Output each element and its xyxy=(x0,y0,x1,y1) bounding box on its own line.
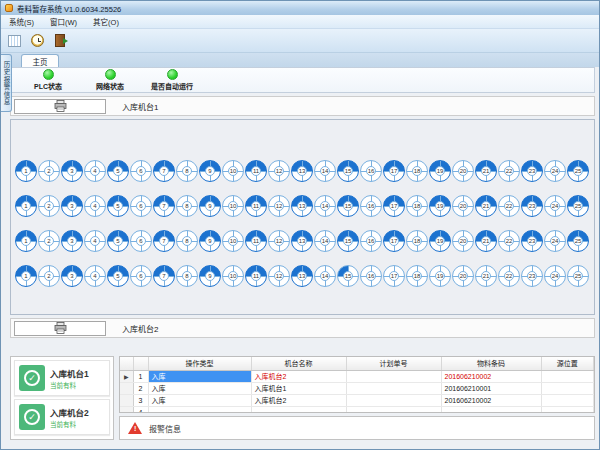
roll-slot[interactable]: 22 xyxy=(498,195,520,217)
roll-slot[interactable]: 9 xyxy=(199,195,221,217)
roll-slot[interactable]: 7 xyxy=(153,195,175,217)
print-button-machine2[interactable] xyxy=(14,321,106,336)
roll-slot[interactable]: 23 xyxy=(521,230,543,252)
roll-slot[interactable]: 19 xyxy=(429,265,451,287)
roll-slot[interactable]: 23 xyxy=(521,265,543,287)
roll-slot[interactable]: 11 xyxy=(245,195,267,217)
roll-slot[interactable]: 13 xyxy=(291,265,313,287)
roll-slot[interactable]: 9 xyxy=(199,230,221,252)
roll-slot[interactable]: 24 xyxy=(544,265,566,287)
roll-slot[interactable]: 12 xyxy=(268,160,290,182)
roll-slot[interactable]: 14 xyxy=(314,195,336,217)
roll-slot[interactable]: 14 xyxy=(314,230,336,252)
roll-slot[interactable]: 16 xyxy=(360,230,382,252)
print-button-machine1[interactable] xyxy=(14,99,106,114)
roll-slot[interactable]: 11 xyxy=(245,265,267,287)
roll-slot[interactable]: 8 xyxy=(176,230,198,252)
roll-slot[interactable]: 2 xyxy=(38,230,60,252)
title-bar[interactable]: 卷料暂存系统 V1.0.6034.25526 xyxy=(1,1,599,15)
roll-slot[interactable]: 4 xyxy=(84,160,106,182)
roll-slot[interactable]: 18 xyxy=(406,160,428,182)
roll-slot[interactable]: 5 xyxy=(107,230,129,252)
table-row[interactable]: ▶1入库入库机台2201606210002 xyxy=(120,370,594,382)
roll-slot[interactable]: 22 xyxy=(498,265,520,287)
roll-slot[interactable]: 20 xyxy=(452,195,474,217)
roll-slot[interactable]: 10 xyxy=(222,230,244,252)
table-row[interactable]: 4 xyxy=(120,406,594,413)
roll-slot[interactable]: 15 xyxy=(337,195,359,217)
roll-slot[interactable]: 1 xyxy=(15,160,37,182)
roll-slot[interactable]: 22 xyxy=(498,160,520,182)
roll-slot[interactable]: 8 xyxy=(176,160,198,182)
roll-slot[interactable]: 17 xyxy=(383,195,405,217)
roll-slot[interactable]: 7 xyxy=(153,160,175,182)
roll-slot[interactable]: 19 xyxy=(429,230,451,252)
roll-slot[interactable]: 10 xyxy=(222,195,244,217)
roll-slot[interactable]: 25 xyxy=(567,230,589,252)
roll-slot[interactable]: 9 xyxy=(199,160,221,182)
roll-slot[interactable]: 10 xyxy=(222,265,244,287)
menu-item[interactable]: 其它(O) xyxy=(85,16,127,27)
roll-slot[interactable]: 16 xyxy=(360,160,382,182)
roll-slot[interactable]: 15 xyxy=(337,230,359,252)
roll-slot[interactable]: 19 xyxy=(429,160,451,182)
roll-slot[interactable]: 23 xyxy=(521,160,543,182)
roll-slot[interactable]: 6 xyxy=(130,160,152,182)
roll-slot[interactable]: 24 xyxy=(544,160,566,182)
roll-slot[interactable]: 21 xyxy=(475,160,497,182)
roll-slot[interactable]: 24 xyxy=(544,195,566,217)
roll-slot[interactable]: 14 xyxy=(314,160,336,182)
roll-slot[interactable]: 3 xyxy=(61,160,83,182)
roll-slot[interactable]: 22 xyxy=(498,230,520,252)
menu-item[interactable]: 系统(S) xyxy=(1,16,42,27)
roll-slot[interactable]: 2 xyxy=(38,265,60,287)
roll-slot[interactable]: 8 xyxy=(176,195,198,217)
roll-slot[interactable]: 5 xyxy=(107,160,129,182)
roll-slot[interactable]: 1 xyxy=(15,230,37,252)
roll-slot[interactable]: 3 xyxy=(61,195,83,217)
roll-slot[interactable]: 21 xyxy=(475,265,497,287)
roll-slot[interactable]: 7 xyxy=(153,265,175,287)
table-row[interactable]: 2入库入库机台1201606210001 xyxy=(120,382,594,394)
table-row[interactable]: 3入库入库机台2201606210002 xyxy=(120,394,594,406)
roll-slot[interactable]: 3 xyxy=(61,265,83,287)
tab-home[interactable]: 主页 xyxy=(21,54,59,67)
roll-slot[interactable]: 5 xyxy=(107,195,129,217)
roll-slot[interactable]: 17 xyxy=(383,230,405,252)
roll-slot[interactable]: 1 xyxy=(15,265,37,287)
roll-slot[interactable]: 12 xyxy=(268,265,290,287)
roll-slot[interactable]: 20 xyxy=(452,265,474,287)
roll-slot[interactable]: 15 xyxy=(337,160,359,182)
roll-slot[interactable]: 12 xyxy=(268,195,290,217)
roll-slot[interactable]: 13 xyxy=(291,195,313,217)
roll-slot[interactable]: 15 xyxy=(337,265,359,287)
roll-slot[interactable]: 13 xyxy=(291,160,313,182)
roll-slot[interactable]: 25 xyxy=(567,265,589,287)
roll-slot[interactable]: 13 xyxy=(291,230,313,252)
clock-button[interactable] xyxy=(27,31,47,51)
roll-slot[interactable]: 24 xyxy=(544,230,566,252)
roll-slot[interactable]: 6 xyxy=(130,195,152,217)
roll-slot[interactable]: 18 xyxy=(406,265,428,287)
roll-slot[interactable]: 1 xyxy=(15,195,37,217)
roll-slot[interactable]: 4 xyxy=(84,195,106,217)
roll-slot[interactable]: 17 xyxy=(383,160,405,182)
schedule-button[interactable] xyxy=(4,31,24,51)
roll-slot[interactable]: 11 xyxy=(245,230,267,252)
roll-slot[interactable]: 20 xyxy=(452,160,474,182)
roll-slot[interactable]: 6 xyxy=(130,265,152,287)
menu-item[interactable]: 窗口(W) xyxy=(42,16,85,27)
roll-slot[interactable]: 21 xyxy=(475,195,497,217)
roll-slot[interactable]: 4 xyxy=(84,230,106,252)
roll-slot[interactable]: 7 xyxy=(153,230,175,252)
roll-slot[interactable]: 11 xyxy=(245,160,267,182)
roll-slot[interactable]: 4 xyxy=(84,265,106,287)
roll-slot[interactable]: 21 xyxy=(475,230,497,252)
exit-button[interactable] xyxy=(50,31,70,51)
roll-slot[interactable]: 10 xyxy=(222,160,244,182)
roll-slot[interactable]: 12 xyxy=(268,230,290,252)
roll-slot[interactable]: 17 xyxy=(383,265,405,287)
roll-slot[interactable]: 14 xyxy=(314,265,336,287)
roll-slot[interactable]: 18 xyxy=(406,230,428,252)
roll-slot[interactable]: 6 xyxy=(130,230,152,252)
